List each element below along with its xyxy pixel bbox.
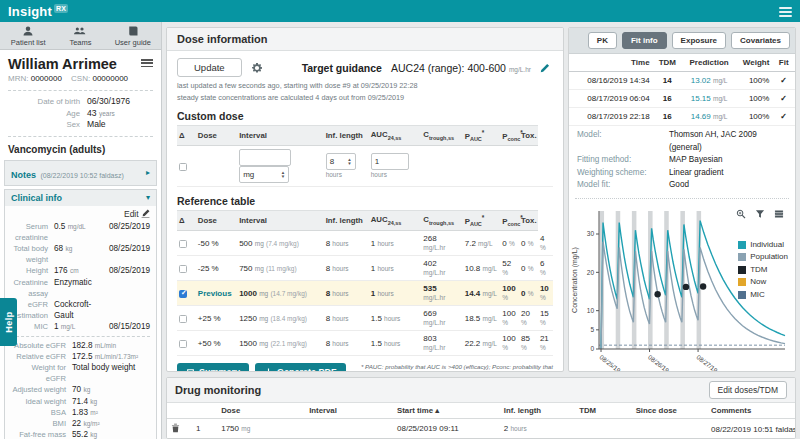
app-logo[interactable]: InsightRX <box>8 4 68 19</box>
clinical-label: Total body weight <box>11 243 48 265</box>
col-weight: Weight <box>736 54 772 72</box>
dose-comment[interactable]: 08/22/2019 10:51 faldaszj co... (1) <box>707 419 795 439</box>
dose-row[interactable]: 11750 mg08/25/2019 09:112 hours08/22/201… <box>167 419 795 439</box>
col-since-dose[interactable]: Since dose <box>632 403 707 419</box>
fit-time: 08/17/2019 06:04 <box>569 90 653 108</box>
clinical-label: Weight for eGFR <box>11 362 66 384</box>
concentration-chart[interactable]: IndividualPopulationTDMNowMIC 0510203008… <box>569 203 795 373</box>
demographic-row: Sex Male <box>8 119 153 131</box>
legend-label: Individual <box>750 239 784 252</box>
clinical-row: Fat-free mass 55.2 kg <box>11 429 150 439</box>
auc-cell: 402 mg/L.hr <box>421 256 462 281</box>
chevron-right-icon: ▸ <box>146 168 150 177</box>
tab-exposure[interactable]: Exposure <box>672 32 726 49</box>
inf-cell: 1.5 hours <box>369 306 422 331</box>
row-checkbox[interactable] <box>179 240 187 248</box>
help-tab[interactable]: Help <box>0 298 17 346</box>
delete-dose-button[interactable] <box>171 426 180 435</box>
auc-cell: 268 mg/L.hr <box>421 231 462 256</box>
legend-label: TDM <box>750 264 767 277</box>
summary-button[interactable]: Summary <box>177 363 249 372</box>
clinical-edit-button[interactable]: Edit <box>11 208 150 221</box>
clinical-row: Height 176 cm 08/25/2019 <box>11 265 150 276</box>
col-dose[interactable]: Dose <box>217 403 305 419</box>
custom-dose-checkbox[interactable] <box>179 163 187 171</box>
inf-length-input[interactable] <box>371 153 409 170</box>
model-label: Weighting scheme: <box>577 167 669 180</box>
nav-patient-list[interactable]: Patient list <box>2 25 54 47</box>
settings-button[interactable] <box>251 62 263 74</box>
reference-row[interactable]: Previous1000 mg (14.7 mg/kg)8 hours1 hou… <box>177 281 553 306</box>
clinical-date: 08/25/2019 <box>106 243 150 254</box>
edit-target-button[interactable] <box>540 59 550 77</box>
tab-fit-info[interactable]: Fit info <box>622 32 667 49</box>
tox-cell: 10 % <box>538 281 553 306</box>
legend-swatch <box>738 241 746 249</box>
dose-number[interactable]: 1 <box>192 419 217 439</box>
chart-zoom-button[interactable] <box>732 207 749 221</box>
clinical-value: 68 kg <box>54 243 106 254</box>
update-button[interactable]: Update <box>177 58 242 77</box>
dose-cell: 750 mg (11 mg/kg) <box>237 256 323 281</box>
pencil-icon <box>540 63 550 73</box>
interval-stepper[interactable]: 8▲▼ <box>326 153 356 170</box>
col-interval[interactable]: Interval <box>305 403 393 419</box>
delta-label: +50 % <box>198 339 221 348</box>
tdm-point[interactable] <box>654 290 660 296</box>
clinical-value: 71.4 kg <box>72 396 150 407</box>
tdm-point[interactable] <box>700 283 706 289</box>
legend-item-now[interactable]: Now <box>738 276 788 289</box>
tox-cell: 15 % <box>538 306 553 331</box>
download-icon <box>264 368 273 372</box>
row-checkbox[interactable] <box>179 315 187 323</box>
nav-teams[interactable]: Teams <box>54 25 106 47</box>
clinical-date: 08/25/2019 <box>106 221 150 232</box>
legend-item-tdm[interactable]: TDM <box>738 264 788 277</box>
dose-unit-select[interactable]: mg▲▼ <box>239 166 289 183</box>
reference-row[interactable]: +50 %1500 mg (22.1 mg/kg)8 hours1.5 hour… <box>177 331 553 356</box>
row-checkbox[interactable] <box>179 340 187 348</box>
notes-panel-header[interactable]: Notes (08/22/2019 10:52 faldasz) ▸ <box>5 161 156 185</box>
patient-menu-icon[interactable] <box>141 59 153 68</box>
reference-row[interactable]: -50 %500 mg (7.4 mg/kg)8 hours1 hours268… <box>177 231 553 256</box>
nav-user-guide[interactable]: User guide <box>107 25 159 47</box>
clinical-date: 08/15/2019 <box>106 321 150 332</box>
col-comments[interactable]: Comments <box>707 403 795 419</box>
menu-icon[interactable] <box>779 7 792 16</box>
row-checkbox[interactable] <box>179 290 187 298</box>
y-tick-label: 10 <box>587 306 595 313</box>
col-tdm[interactable]: TDM <box>575 403 632 419</box>
clinical-label: Ideal weight <box>11 396 66 407</box>
reference-row[interactable]: -25 %750 mg (11 mg/kg)8 hours1 hours402 … <box>177 256 553 281</box>
patient-name: William Arrimee <box>8 56 117 72</box>
dose-interval <box>305 419 393 439</box>
legend-item-population[interactable]: Population <box>738 251 788 264</box>
custom-dose-input[interactable] <box>239 149 291 166</box>
col-inf-length[interactable]: Inf. length <box>500 403 575 419</box>
tdm-point[interactable] <box>683 283 689 289</box>
legend-item-mic[interactable]: MIC <box>738 289 788 302</box>
trough-cell: 18.5 mg/L <box>463 306 501 331</box>
legend-item-individual[interactable]: Individual <box>738 239 788 252</box>
generate-pdf-button[interactable]: Generate PDF <box>255 363 346 372</box>
col-: Δ <box>177 211 196 231</box>
edit-doses-tdm-button[interactable]: Edit doses/TDM <box>709 381 787 399</box>
chart-filter-button[interactable] <box>751 207 768 221</box>
tab-pk[interactable]: PK <box>588 32 617 49</box>
pk-panel: PKFit infoExposureCovariates Time TDM Pr… <box>568 27 796 372</box>
pauc-cell: 100 % <box>500 306 519 331</box>
col-start-time[interactable]: Start time ▴ <box>393 403 500 419</box>
delta-label: -50 % <box>198 239 219 248</box>
dose-start: 08/25/2019 09:11 <box>393 419 500 439</box>
row-checkbox[interactable] <box>179 265 187 273</box>
reference-row[interactable]: +25 %1250 mg (18.4 mg/kg)8 hours1.5 hour… <box>177 306 553 331</box>
chart-menu-button[interactable] <box>770 207 787 221</box>
col-p-AUC: PAUC* <box>463 126 501 146</box>
inf-cell: 1 hours <box>369 231 422 256</box>
fit-table: Time TDM Prediction Weight Fit 08/16/201… <box>569 54 795 126</box>
trough-cell: 7.2 mg/L <box>463 231 501 256</box>
nav-label: Patient list <box>11 38 46 47</box>
tab-covariates[interactable]: Covariates <box>731 32 790 49</box>
clinical-info-header[interactable]: Clinical info ▾ <box>5 190 156 206</box>
demographic-label: Age <box>8 108 80 120</box>
